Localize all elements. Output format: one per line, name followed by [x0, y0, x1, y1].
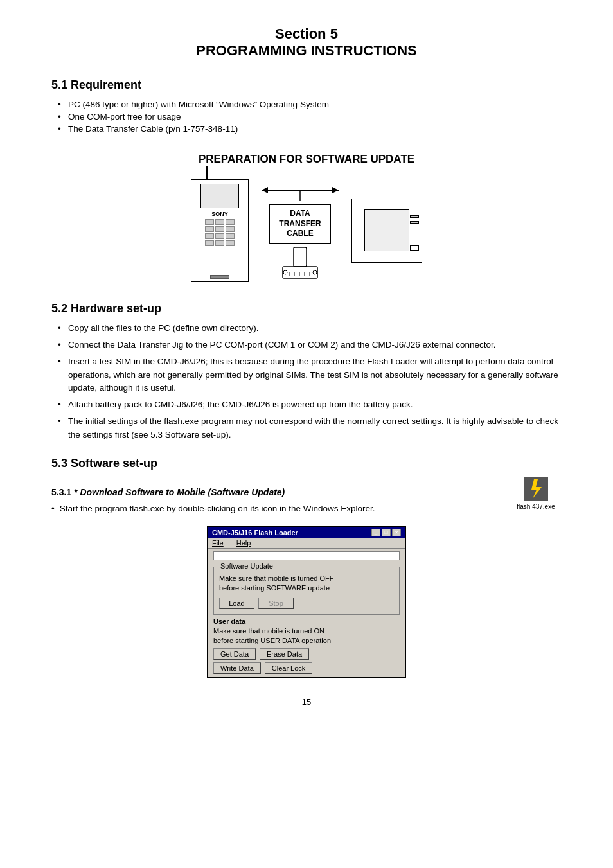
flash-icon-label: flash 437.exe [517, 503, 555, 510]
start-text: Start the program flash.exe by double-cl… [60, 504, 375, 513]
titlebar-buttons[interactable]: _ □ × [371, 529, 401, 536]
hw-item-4: Attach battery pack to CMD-J6/J26; the C… [58, 398, 562, 411]
phone-diagram: SONY [191, 179, 249, 282]
dialog-menubar: File Help [208, 538, 405, 549]
req-item-2: One COM-port free for usage [58, 112, 562, 121]
hardware-setup-list: Copy all the files to the PC (define own… [51, 322, 562, 441]
user-data-buttons-row1: Get Data Erase Data [213, 648, 400, 660]
preparation-heading: PREPARATION FOR SOFTWARE UPDATE [51, 153, 562, 166]
close-button[interactable]: × [392, 529, 401, 536]
section-title: PROGRAMMING INSTRUCTIONS [51, 42, 562, 59]
flash-icon-area: flash 437.exe [510, 477, 562, 510]
user-data-title: User data [213, 617, 400, 625]
get-data-button[interactable]: Get Data [213, 648, 256, 660]
preparation-diagram: SONY DATA TRANSFER CABLE [51, 179, 562, 283]
svg-marker-2 [262, 187, 268, 193]
cable-label-line1: DATA [279, 209, 321, 219]
user-data-section: User data Make sure that mobile is turne… [213, 617, 400, 675]
section-software-setup: 5.3 Software set-up 5.3.1 * Download Sof… [51, 457, 562, 678]
cable-diagram: DATA TRANSFER CABLE [255, 179, 345, 283]
dialog-title: CMD-J5/J16 Flash Loader [212, 529, 298, 536]
clear-lock-button[interactable]: Clear Lock [265, 662, 313, 674]
pc-diagram [351, 199, 422, 263]
flash-icon [524, 477, 548, 501]
phone-brand: SONY [211, 211, 228, 217]
software-update-group: Software Update Make sure that mobile is… [213, 567, 400, 615]
phone-keypad [205, 219, 235, 246]
load-button[interactable]: Load [219, 598, 254, 609]
user-data-buttons-row2: Write Data Clear Lock [213, 662, 400, 674]
phone-connector [210, 275, 229, 279]
req-item-3: The Data Transfer Cable (p/n 1-757-348-1… [58, 124, 562, 134]
menu-file[interactable]: File [212, 539, 224, 547]
cable-label-line2: TRANSFER [279, 219, 321, 229]
software-update-group-title: Software Update [219, 562, 274, 570]
requirement-list: PC (486 type or higher) with Microsoft “… [51, 100, 562, 134]
flash-loader-dialog: CMD-J5/J16 Flash Loader _ □ × File Help … [207, 526, 406, 678]
phone-screen [200, 184, 239, 208]
cable-connector-icon [278, 247, 323, 283]
bullet-start: • [51, 504, 55, 513]
stop-button[interactable]: Stop [258, 598, 294, 609]
section-label: Section 5 [51, 26, 562, 42]
cable-label-line3: CABLE [279, 229, 321, 239]
section-requirement: 5.1 Requirement PC (486 type or higher) … [51, 78, 562, 134]
minimize-button[interactable]: _ [371, 529, 380, 536]
software-setup-heading: 5.3 Software set-up [51, 457, 562, 470]
maximize-button[interactable]: □ [382, 529, 391, 536]
page-title: Section 5 PROGRAMMING INSTRUCTIONS [51, 26, 562, 59]
svg-marker-1 [332, 187, 339, 193]
menu-help[interactable]: Help [236, 539, 251, 547]
page-number: 15 [51, 697, 562, 707]
section-hardware-setup: 5.2 Hardware set-up Copy all the files t… [51, 302, 562, 441]
req-item-1: PC (486 type or higher) with Microsoft “… [58, 100, 562, 109]
software-update-buttons: Load Stop [219, 598, 394, 609]
dialog-wrapper: CMD-J5/J16 Flash Loader _ □ × File Help … [51, 526, 562, 678]
hw-item-1: Copy all the files to the PC (define own… [58, 322, 562, 335]
svg-rect-5 [283, 267, 317, 278]
sub531-heading: 5.3.1 * Download Software to Mobile (Sof… [51, 487, 510, 497]
write-data-button[interactable]: Write Data [213, 662, 261, 674]
hardware-setup-heading: 5.2 Hardware set-up [51, 302, 562, 315]
phone-antenna [206, 166, 208, 180]
svg-point-11 [283, 270, 287, 274]
software-update-text1: Make sure that mobile is turned OFF befo… [219, 574, 394, 594]
hw-item-5: The initial settings of the flash.exe pr… [58, 415, 562, 441]
svg-rect-4 [294, 247, 306, 267]
svg-point-12 [313, 270, 317, 274]
dialog-titlebar: CMD-J5/J16 Flash Loader _ □ × [208, 527, 405, 538]
hw-item-3: Insert a test SIM in the CMD-J6/J26; thi… [58, 355, 562, 394]
progress-bar [213, 551, 400, 560]
user-data-text: Make sure that mobile is turned ON befor… [213, 626, 400, 646]
requirement-heading: 5.1 Requirement [51, 78, 562, 92]
erase-data-button[interactable]: Erase Data [260, 648, 309, 660]
hw-item-2: Connect the Data Transfer Jig to the PC … [58, 339, 562, 351]
